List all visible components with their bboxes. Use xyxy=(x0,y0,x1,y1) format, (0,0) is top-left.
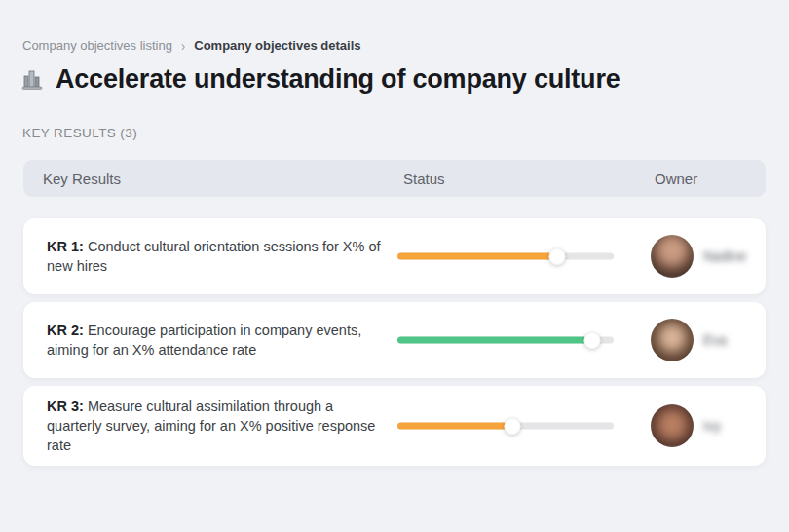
title-row: Accelerate understanding of company cult… xyxy=(21,64,620,95)
kr3-description: KR 3: Measure cultural assimilation thro… xyxy=(47,397,386,455)
kr3-slider-thumb[interactable] xyxy=(504,418,520,435)
city-buildings-icon xyxy=(21,67,45,93)
key-results-section-label: KEY RESULTS (3) xyxy=(22,126,137,140)
kr3-progress-fill xyxy=(397,423,512,430)
kr1-progress-fill xyxy=(397,253,557,260)
column-header-key-results: Key Results xyxy=(43,171,121,187)
kr3-owner-name: Ivy xyxy=(703,418,721,434)
kr1-description: KR 1: Conduct cultural orientation sessi… xyxy=(47,237,386,276)
breadcrumb-company-objectives-listing[interactable]: Company objectives listing xyxy=(22,38,172,53)
kr2-description: KR 2: Encourage participation in company… xyxy=(47,321,386,360)
kr3-progress-slider[interactable] xyxy=(397,423,614,430)
table-row-kr1: KR 1: Conduct cultural orientation sessi… xyxy=(23,218,766,294)
kr2-text: Encourage participation in company event… xyxy=(47,323,361,358)
company-objective-details-page: Company objectives listing › Company obj… xyxy=(0,0,789,532)
kr1-owner-name: Nadine xyxy=(703,248,746,264)
kr1-label: KR 1: xyxy=(47,239,84,254)
kr3-owner: Ivy xyxy=(651,404,721,447)
kr2-progress-fill xyxy=(397,337,592,344)
kr1-text: Conduct cultural orientation sessions fo… xyxy=(47,239,381,274)
page-title: Accelerate understanding of company cult… xyxy=(56,64,620,95)
kr2-owner: Eva xyxy=(651,319,727,361)
avatar xyxy=(651,235,694,278)
avatar xyxy=(651,319,694,361)
kr2-owner-name: Eva xyxy=(703,332,727,348)
table-row-kr3: KR 3: Measure cultural assimilation thro… xyxy=(23,386,766,466)
column-header-owner: Owner xyxy=(655,171,697,187)
avatar xyxy=(651,404,694,447)
kr1-progress-slider[interactable] xyxy=(397,253,614,260)
kr2-slider-thumb[interactable] xyxy=(583,332,600,349)
table-row-kr2: KR 2: Encourage participation in company… xyxy=(23,302,766,378)
kr3-text: Measure cultural assimilation through a … xyxy=(47,399,375,453)
breadcrumb-company-objectives-details: Company objectives details xyxy=(194,38,360,53)
kr1-slider-thumb[interactable] xyxy=(549,248,566,265)
kr3-label: KR 3: xyxy=(47,399,84,414)
kr1-owner: Nadine xyxy=(651,235,746,278)
table-header: Key Results Status Owner xyxy=(23,160,766,197)
chevron-right-icon: › xyxy=(181,37,185,54)
kr2-label: KR 2: xyxy=(47,323,84,338)
column-header-status: Status xyxy=(403,171,445,187)
kr2-progress-slider[interactable] xyxy=(397,337,614,344)
breadcrumb: Company objectives listing › Company obj… xyxy=(22,38,360,53)
